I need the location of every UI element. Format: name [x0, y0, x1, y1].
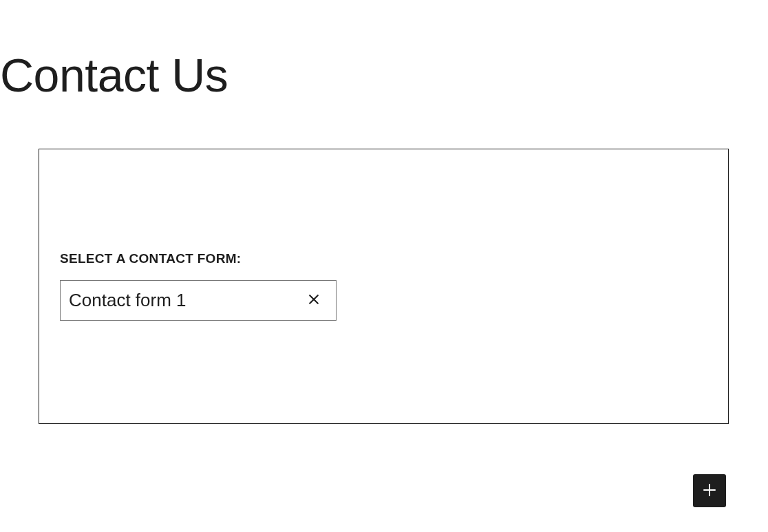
clear-selection-button[interactable]: [304, 290, 323, 311]
close-icon: [307, 292, 321, 308]
contact-form-block[interactable]: Select a contact form: Contact form 1: [39, 149, 729, 424]
plus-icon: [701, 482, 718, 500]
page-title[interactable]: Contact Us: [0, 48, 768, 102]
add-block-button[interactable]: [693, 474, 726, 507]
select-form-label: Select a contact form:: [60, 251, 707, 266]
contact-form-combobox[interactable]: Contact form 1: [60, 280, 337, 321]
combobox-selected-value: Contact form 1: [69, 290, 186, 311]
